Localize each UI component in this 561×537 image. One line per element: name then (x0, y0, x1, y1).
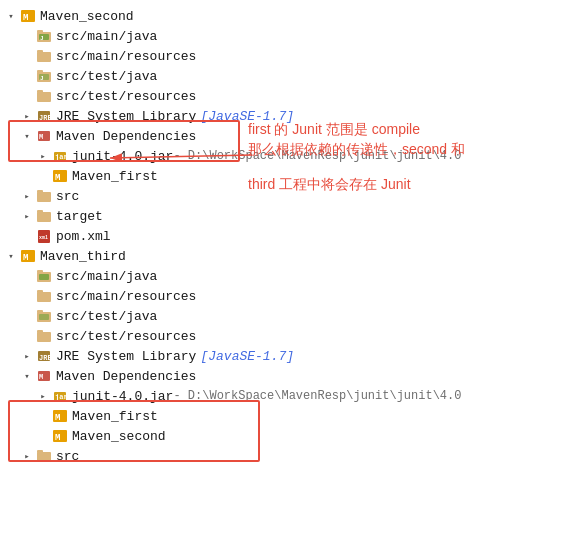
label-src-main-java: src/main/java (56, 29, 157, 44)
svg-rect-33 (37, 292, 51, 302)
svg-text:M: M (23, 253, 28, 263)
tree-item-src-main-java[interactable]: J src/main/java (4, 26, 557, 46)
tree-item-src-test-res-third[interactable]: src/test/resources (4, 326, 557, 346)
label-jre-third-extra: [JavaSE-1.7] (200, 349, 294, 364)
label-src-main-java-third: src/main/java (56, 269, 157, 284)
svg-text:J: J (40, 35, 44, 42)
label-jre-second: JRE System Library (56, 109, 196, 124)
tree-item-junit-third[interactable]: jar junit-4.0.jar - D:\WorkSpace\MavenRe… (4, 386, 557, 406)
label-src-test-res: src/test/resources (56, 89, 196, 104)
tree-item-src-test-java[interactable]: J src/test/java (4, 66, 557, 86)
label-maven-dep-second: Maven Dependencies (56, 129, 196, 144)
svg-rect-50 (37, 452, 51, 462)
svg-text:xml: xml (39, 235, 48, 241)
tree-item-maven-second[interactable]: M Maven_second (4, 6, 557, 26)
toggle-junit-third[interactable] (36, 389, 50, 403)
toggle-src-second[interactable] (20, 189, 34, 203)
src-folder-res-icon (36, 48, 52, 64)
svg-text:JRE: JRE (39, 114, 52, 122)
label-src-second: src (56, 189, 79, 204)
label-src-test-java: src/test/java (56, 69, 157, 84)
tree-item-maven-second-in-third[interactable]: M Maven_second (4, 426, 557, 446)
src-folder-icon: J (36, 28, 52, 44)
tree-item-src-main-res-third[interactable]: src/main/resources (4, 286, 557, 306)
label-maven-second-in-third: Maven_second (72, 429, 166, 444)
folder-icon-src-third (36, 448, 52, 464)
svg-text:J: J (40, 75, 44, 82)
xml-icon-pom-second: xml (36, 228, 52, 244)
label-target-second: target (56, 209, 103, 224)
maven-first-icon-in-third: M (52, 408, 68, 424)
jar-icon-third: jar (52, 388, 68, 404)
toggle-maven-dep-third[interactable] (20, 369, 34, 383)
toggle-maven-dep-second[interactable] (20, 129, 34, 143)
svg-text:jar: jar (55, 153, 68, 161)
svg-text:JRE: JRE (39, 354, 52, 362)
src-test-res-icon-third (36, 328, 52, 344)
toggle-maven-third[interactable] (4, 249, 18, 263)
svg-rect-32 (39, 274, 49, 280)
project-tree: M Maven_second J src/main/java src/main/… (0, 0, 561, 472)
svg-rect-39 (37, 330, 43, 333)
label-maven-third: Maven_third (40, 249, 126, 264)
tree-item-maven-dep-third[interactable]: M Maven Dependencies (4, 366, 557, 386)
jre-icon-third: JRE (36, 348, 52, 364)
svg-text:jar: jar (55, 393, 68, 401)
src-main-res-icon-third (36, 288, 52, 304)
toggle-maven-second[interactable] (4, 9, 18, 23)
maven-first-icon-in-second: M (52, 168, 68, 184)
svg-rect-31 (37, 270, 43, 273)
svg-rect-3 (37, 30, 43, 33)
svg-rect-37 (39, 314, 49, 320)
label-maven-first-in-second: Maven_first (72, 169, 158, 184)
label-src-main-res: src/main/resources (56, 49, 196, 64)
annotation-line2: third 工程中将会存在 Junit (248, 175, 411, 195)
annotation-line1: first 的 Junit 范围是 compile 那么根据依赖的传递性，sec… (248, 120, 465, 159)
toggle-junit-second[interactable] (36, 149, 50, 163)
src-test-java-icon-third (36, 308, 52, 324)
label-maven-second: Maven_second (40, 9, 134, 24)
tree-item-src-main-res[interactable]: src/main/resources (4, 46, 557, 66)
jar-icon-second: jar (52, 148, 68, 164)
tree-item-src-third[interactable]: src (4, 446, 557, 466)
toggle-jre-second[interactable] (20, 109, 34, 123)
src-main-java-icon-third (36, 268, 52, 284)
svg-rect-36 (37, 310, 43, 313)
tree-item-src-main-java-third[interactable]: src/main/java (4, 266, 557, 286)
label-pom-second: pom.xml (56, 229, 111, 244)
src-test-java-icon: J (36, 68, 52, 84)
svg-rect-7 (37, 50, 43, 53)
tree-item-pom-second[interactable]: xml pom.xml (4, 226, 557, 246)
folder-icon-src-second (36, 188, 52, 204)
jre-icon: JRE (36, 108, 52, 124)
tree-item-src-test-java-third[interactable]: src/test/java (4, 306, 557, 326)
label-src-third: src (56, 449, 79, 464)
svg-rect-9 (37, 70, 43, 73)
label-src-test-res-third: src/test/resources (56, 329, 196, 344)
tree-item-jre-third[interactable]: JRE JRE System Library [JavaSE-1.7] (4, 346, 557, 366)
toggle-target-second[interactable] (20, 209, 34, 223)
label-junit-third-path: - D:\WorkSpace\MavenResp\junit\junit\4.0 (173, 389, 461, 403)
folder-icon-target-second (36, 208, 52, 224)
tree-item-maven-third[interactable]: M Maven_third (4, 246, 557, 266)
label-jre-third: JRE System Library (56, 349, 196, 364)
svg-rect-23 (37, 190, 43, 193)
label-src-main-res-third: src/main/resources (56, 289, 196, 304)
tree-item-src-test-res[interactable]: src/test/resources (4, 86, 557, 106)
project-icon-maven-second: M (20, 8, 36, 24)
toggle-jre-third[interactable] (20, 349, 34, 363)
svg-text:M: M (39, 373, 43, 381)
svg-rect-12 (37, 92, 51, 102)
toggle-src-third[interactable] (20, 449, 34, 463)
tree-item-target-second[interactable]: target (4, 206, 557, 226)
label-maven-dep-third: Maven Dependencies (56, 369, 196, 384)
svg-rect-24 (37, 212, 51, 222)
svg-rect-51 (37, 450, 43, 453)
maven-second-icon-in-third: M (52, 428, 68, 444)
label-junit-third: junit-4.0.jar (72, 389, 173, 404)
svg-text:M: M (23, 13, 28, 23)
label-junit-second: junit-4.0.jar (72, 149, 173, 164)
svg-text:M: M (39, 133, 43, 141)
tree-item-maven-first-in-third[interactable]: M Maven_first (4, 406, 557, 426)
svg-rect-38 (37, 332, 51, 342)
